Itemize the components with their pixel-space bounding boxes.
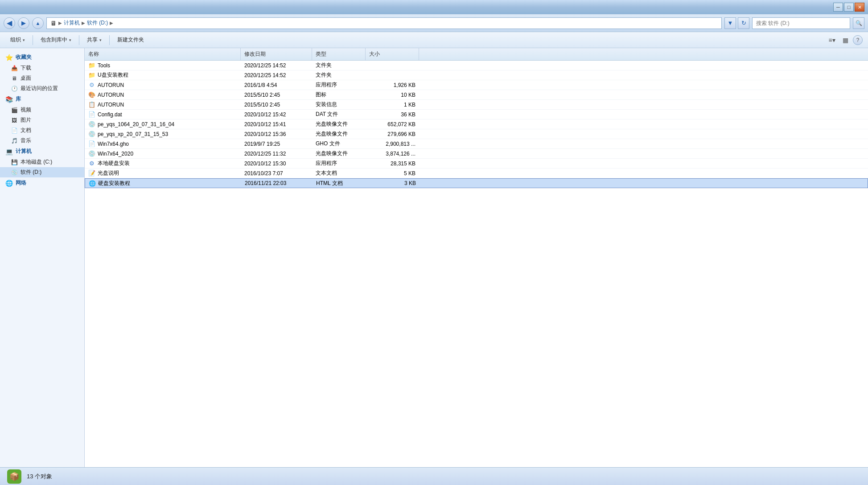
help-button[interactable]: ? — [853, 35, 863, 45]
file-name-8: Win7x64.gho — [98, 141, 129, 147]
toolbar: 组织 ▾包含到库中 ▾共享 ▾新建文件夹 ≡▾ ▦ ? — [0, 32, 868, 48]
file-cell-name-11: 📝 光盘说明 — [85, 169, 241, 177]
file-row-5[interactable]: 📄 Config.dat 2020/10/12 15:42 DAT 文件 36 … — [85, 110, 868, 119]
file-row-4[interactable]: 📋 AUTORUN 2015/5/10 2:45 安装信息 1 KB — [85, 100, 868, 110]
sidebar-section-icon-3: 🌐 — [5, 180, 13, 187]
file-cell-size-9: 3,874,126 ... — [366, 151, 419, 157]
file-row-9[interactable]: 💿 Win7x64_2020 2020/12/25 11:32 光盘映像文件 3… — [85, 149, 868, 159]
path-computer[interactable]: 计算机 — [64, 19, 80, 27]
minimize-button[interactable]: ─ — [833, 3, 843, 12]
maximize-button[interactable]: □ — [844, 3, 854, 12]
sidebar-item-1-3[interactable]: 🎵音乐 — [0, 136, 84, 146]
status-text: 13 个对象 — [27, 473, 52, 481]
sidebar-item-0-1[interactable]: 🖥桌面 — [0, 73, 84, 83]
file-row-1[interactable]: 📁 U盘安装教程 2020/12/25 14:52 文件夹 — [85, 70, 868, 80]
file-row-10[interactable]: ⚙ 本地硬盘安装 2020/10/12 15:30 应用程序 28,315 KB — [85, 159, 868, 169]
file-cell-date-9: 2020/12/25 11:32 — [241, 151, 312, 157]
file-row-7[interactable]: 💿 pe_yqs_xp_20_07_31_15_53 2020/10/12 15… — [85, 129, 868, 139]
path-drive-d[interactable]: 软件 (D:) — [87, 19, 108, 27]
refresh-button[interactable]: ↻ — [738, 17, 749, 29]
file-icon-8: 📄 — [88, 140, 95, 148]
file-cell-date-4: 2015/5/10 2:45 — [241, 102, 312, 108]
sidebar-item-1-2[interactable]: 📄文档 — [0, 125, 84, 136]
col-header-size[interactable]: 大小 — [366, 48, 419, 60]
toolbar-buttons: 组织 ▾包含到库中 ▾共享 ▾新建文件夹 — [5, 34, 149, 46]
toolbar-btn-1[interactable]: 包含到库中 ▾ — [36, 34, 76, 46]
file-row-11[interactable]: 📝 光盘说明 2016/10/23 7:07 文本文档 5 KB — [85, 169, 868, 178]
sidebar-section-0[interactable]: ⭐收藏夹 — [0, 52, 84, 63]
sidebar-item-label-0-2: 最近访问的位置 — [21, 85, 58, 92]
sidebar-section-1[interactable]: 📚库 — [0, 94, 84, 105]
dropdown-path-button[interactable]: ▼ — [724, 17, 736, 29]
file-icon-4: 📋 — [88, 101, 95, 108]
col-header-name[interactable]: 名称 — [85, 48, 241, 60]
file-row-12[interactable]: 🌐 硬盘安装教程 2016/11/21 22:03 HTML 文档 3 KB — [85, 178, 868, 188]
file-row-6[interactable]: 💿 pe_yqs_1064_20_07_31_16_04 2020/10/12 … — [85, 119, 868, 129]
search-input[interactable] — [752, 17, 850, 29]
close-button[interactable]: ✕ — [855, 3, 864, 12]
sidebar-item-label-0-0: 下载 — [21, 64, 31, 72]
file-name-5: Config.dat — [98, 111, 122, 118]
search-button[interactable]: 🔍 — [853, 17, 864, 29]
sidebar-section-icon-0: ⭐ — [5, 54, 13, 61]
sidebar-item-0-2[interactable]: 🕐最近访问的位置 — [0, 83, 84, 94]
address-path[interactable]: 🖥 ▶ 计算机 ▶ 软件 (D:) ▶ — [46, 17, 722, 29]
file-cell-date-12: 2016/11/21 22:03 — [241, 180, 313, 186]
file-cell-date-2: 2016/1/8 4:54 — [241, 82, 312, 88]
file-icon-12: 🌐 — [89, 180, 96, 187]
file-name-0: Tools — [98, 62, 110, 69]
sidebar-item-icon-1-1: 🖼 — [11, 117, 18, 124]
up-button[interactable]: ▲ — [32, 17, 44, 29]
file-cell-name-2: ⚙ AUTORUN — [85, 82, 241, 89]
sidebar-item-2-0[interactable]: 💾本地磁盘 (C:) — [0, 157, 84, 167]
view-toggle-button[interactable]: ≡▾ — [826, 34, 838, 46]
sidebar-item-1-0[interactable]: 🎬视频 — [0, 105, 84, 115]
view-list-button[interactable]: ▦ — [839, 34, 851, 46]
file-name-3: AUTORUN — [98, 92, 124, 98]
path-arrow-3: ▶ — [110, 21, 113, 25]
forward-button[interactable]: ▶ — [18, 17, 29, 29]
file-cell-size-10: 28,315 KB — [366, 160, 419, 167]
sidebar-section-3[interactable]: 🌐网络 — [0, 177, 84, 189]
sidebar-item-2-1[interactable]: 💿软件 (D:) — [0, 167, 84, 177]
sidebar-item-icon-0-2: 🕐 — [11, 85, 18, 92]
file-cell-date-3: 2015/5/10 2:45 — [241, 92, 312, 98]
sidebar-item-icon-1-3: 🎵 — [11, 137, 18, 144]
toolbar-btn-2[interactable]: 共享 ▾ — [82, 34, 107, 46]
sidebar-item-0-0[interactable]: 📥下载 — [0, 63, 84, 73]
file-name-10: 本地硬盘安装 — [98, 160, 130, 167]
file-name-7: pe_yqs_xp_20_07_31_15_53 — [98, 131, 168, 137]
address-bar: ◀ ▶ ▲ 🖥 ▶ 计算机 ▶ 软件 (D:) ▶ ▼ ↻ 🔍 — [0, 14, 868, 32]
sidebar-item-icon-2-1: 💿 — [11, 169, 18, 176]
file-cell-size-12: 3 KB — [366, 180, 420, 186]
toolbar-btn-3[interactable]: 新建文件夹 — [112, 34, 149, 46]
sidebar-section-icon-2: 💻 — [5, 148, 13, 155]
toolbar-btn-0[interactable]: 组织 ▾ — [5, 34, 30, 46]
file-icon-2: ⚙ — [88, 82, 95, 89]
file-icon-6: 💿 — [88, 121, 95, 128]
file-cell-type-3: 图标 — [312, 91, 366, 99]
sidebar-section-2[interactable]: 💻计算机 — [0, 146, 84, 157]
file-row-8[interactable]: 📄 Win7x64.gho 2019/9/7 19:25 GHO 文件 2,90… — [85, 139, 868, 149]
toolbar-sep-2 — [109, 35, 110, 45]
file-cell-size-3: 10 KB — [366, 92, 419, 98]
file-name-2: AUTORUN — [98, 82, 124, 88]
toolbar-btn-arrow-1: ▾ — [69, 38, 71, 42]
col-header-date[interactable]: 修改日期 — [241, 48, 312, 60]
sidebar-item-label-1-1: 图片 — [21, 116, 31, 124]
toolbar-right: ≡▾ ▦ ? — [826, 34, 863, 46]
sidebar-section-label-1: 库 — [16, 95, 21, 103]
sidebar-item-label-2-0: 本地磁盘 (C:) — [21, 158, 52, 166]
file-row-3[interactable]: 🎨 AUTORUN 2015/5/10 2:45 图标 10 KB — [85, 90, 868, 100]
sidebar-section-label-0: 收藏夹 — [16, 53, 32, 61]
file-row-0[interactable]: 📁 Tools 2020/12/25 14:52 文件夹 — [85, 61, 868, 70]
file-icon-3: 🎨 — [88, 91, 95, 99]
file-list-body: 📁 Tools 2020/12/25 14:52 文件夹 📁 U盘安装教程 20… — [85, 61, 868, 467]
main-layout: ⭐收藏夹📥下载🖥桌面🕐最近访问的位置📚库🎬视频🖼图片📄文档🎵音乐💻计算机💾本地磁… — [0, 48, 868, 467]
file-row-2[interactable]: ⚙ AUTORUN 2016/1/8 4:54 应用程序 1,926 KB — [85, 80, 868, 90]
sidebar-item-1-1[interactable]: 🖼图片 — [0, 115, 84, 125]
file-cell-type-2: 应用程序 — [312, 81, 366, 89]
file-cell-type-7: 光盘映像文件 — [312, 130, 366, 138]
back-button[interactable]: ◀ — [4, 17, 15, 29]
col-header-type[interactable]: 类型 — [312, 48, 366, 60]
